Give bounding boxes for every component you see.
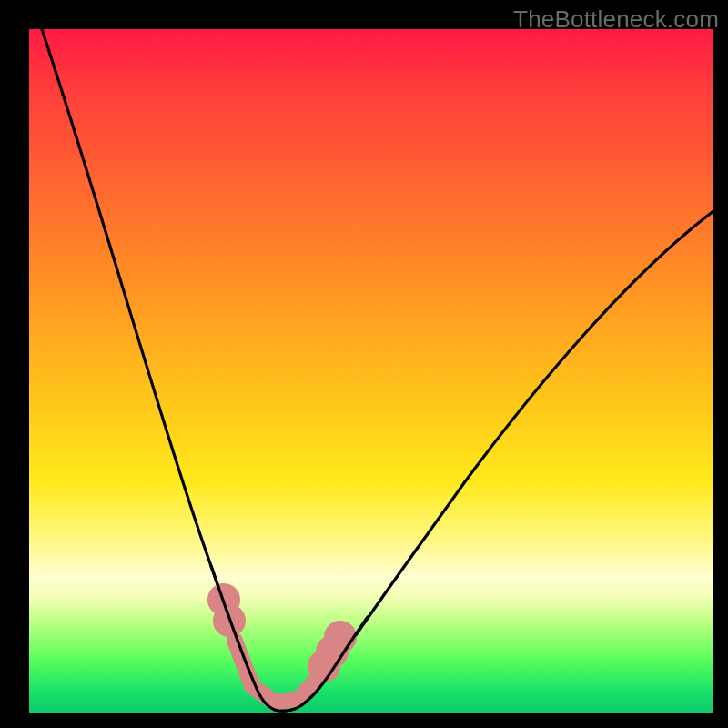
- svg-point-8: [332, 629, 349, 645]
- watermark-text: TheBottleneck.com: [513, 5, 719, 34]
- bottleneck-curve: [42, 29, 713, 711]
- highlighted-points-group: [216, 592, 349, 703]
- plot-area: [29, 29, 713, 713]
- bottleneck-curve-svg: [29, 29, 713, 713]
- chart-frame: TheBottleneck.com: [0, 0, 728, 728]
